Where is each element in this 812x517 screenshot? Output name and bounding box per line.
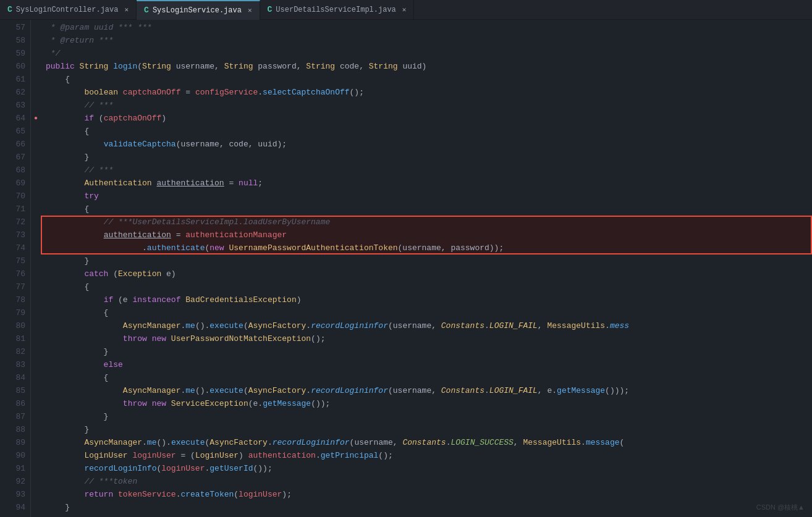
token-punct: ())); — [605, 384, 629, 397]
code-line: * @param uuid *** *** — [41, 21, 812, 34]
token-punct: ( — [113, 267, 118, 280]
code-line: throw new UserPasswordNotMatchException(… — [41, 332, 812, 345]
token-punct: ) — [297, 293, 302, 306]
token-param: code — [340, 60, 359, 73]
token-plain — [46, 436, 84, 449]
gutter-icon — [31, 345, 41, 358]
gutter-icon — [31, 229, 41, 242]
token-class-name: MessageUtils — [547, 319, 605, 332]
line-number: 73 — [2, 229, 25, 242]
tab-userdetailsserviceimpl[interactable]: C UserDetailsServiceImpl.java ✕ — [260, 0, 415, 20]
token-punct: . — [180, 319, 185, 332]
code-line: return tokenService.createToken(loginUse… — [41, 488, 812, 501]
token-punct: } — [46, 423, 89, 436]
token-punct: (); — [350, 86, 364, 99]
line-number: 93 — [2, 488, 25, 501]
token-class-name: AsyncFactory — [209, 436, 268, 449]
token-kw: null — [239, 177, 258, 190]
token-punct: , — [431, 384, 441, 397]
line-number: 72 — [2, 216, 25, 229]
token-var: captchaOnOff — [123, 86, 181, 99]
token-punct: , — [441, 242, 451, 254]
code-line: boolean captchaOnOff = configService.sel… — [41, 86, 812, 99]
code-line: { — [41, 73, 812, 86]
token-param: e — [547, 384, 552, 397]
gutter-icon: ● — [31, 112, 41, 125]
token-punct: } — [46, 254, 89, 267]
token-punct: , — [538, 319, 548, 332]
gutter-icon — [31, 293, 41, 306]
tab-sysloginservice[interactable]: C SysLoginService.java ✕ — [137, 0, 260, 20]
token-var: configService — [195, 86, 258, 99]
code-line: // *** — [41, 99, 812, 112]
line-number: 80 — [2, 319, 25, 332]
token-punct: ()); — [253, 462, 273, 475]
tab-syslogincontroller[interactable]: C SysLoginController.java ✕ — [0, 0, 137, 20]
gutter-icon — [31, 254, 41, 267]
token-fn: login — [113, 60, 137, 73]
token-class-name: AsyncFactory — [248, 384, 307, 397]
token-fn: execute — [209, 384, 243, 397]
code-line: AsyncManager.me().execute(AsyncFactory.r… — [41, 436, 812, 449]
code-line: // ***UserDetailsServiceImpl.loadUserByU… — [41, 216, 812, 229]
gutter-icon — [31, 423, 41, 436]
token-italic-method: recordLogininfor — [311, 384, 388, 397]
token-punct: , — [393, 436, 403, 449]
code-area[interactable]: * @param uuid *** *** * @return *** */pu… — [41, 20, 812, 517]
code-line: throw new ServiceException(e.getMessage(… — [41, 397, 812, 410]
code-line: if (captchaOnOff) — [41, 112, 812, 125]
token-plain — [46, 177, 84, 190]
code-line: } — [41, 423, 812, 436]
token-punct: { — [46, 306, 108, 319]
token-punct: . — [605, 319, 610, 332]
token-class-name: AsyncManager — [84, 436, 142, 449]
token-punct: } — [46, 345, 108, 358]
line-number: 84 — [2, 371, 25, 384]
gutter-icon — [31, 73, 41, 86]
token-param: code — [229, 138, 248, 151]
token-punct: (). — [195, 319, 209, 332]
gutter-icon — [31, 151, 41, 164]
token-comment: */ — [46, 47, 60, 60]
token-punct: . — [176, 488, 181, 501]
gutter-icon — [31, 319, 41, 332]
code-line: } — [41, 254, 812, 267]
token-comment: * @param uuid *** *** — [46, 21, 152, 34]
token-punct: ) — [161, 112, 166, 125]
token-punct: { — [46, 125, 89, 138]
tab-close-3[interactable]: ✕ — [402, 6, 407, 14]
gutter-icon — [31, 125, 41, 138]
gutter-icon — [31, 436, 41, 449]
tab-close-1[interactable]: ✕ — [124, 6, 129, 14]
token-kw: throw — [123, 332, 152, 345]
token-type: Authentication — [84, 177, 156, 190]
token-punct: . — [258, 86, 263, 99]
line-number: 64 — [2, 112, 25, 125]
line-number: 92 — [2, 475, 25, 488]
token-punct: } — [46, 501, 70, 514]
token-punct: { — [46, 371, 108, 384]
token-fn: getMessage — [263, 397, 311, 410]
token-punct: } — [46, 151, 89, 164]
token-param: username — [176, 60, 214, 73]
token-punct: . — [552, 384, 557, 397]
token-kw: instanceof — [132, 293, 185, 306]
token-punct: = — [180, 86, 195, 99]
token-plain — [46, 332, 123, 345]
line-number: 61 — [2, 73, 25, 86]
line-number: 89 — [2, 436, 25, 449]
line-number: 91 — [2, 462, 25, 475]
token-kw: catch — [46, 267, 113, 280]
tab-label-3: UserDetailsServiceImpl.java — [276, 6, 395, 14]
token-punct: = ( — [176, 449, 195, 462]
token-kw: return — [46, 488, 118, 501]
token-type: String — [224, 60, 258, 73]
line-number: 59 — [2, 47, 25, 60]
token-kw: else — [46, 358, 123, 371]
line-number: 69 — [2, 177, 25, 190]
token-fn: validateCaptcha — [104, 138, 176, 151]
line-number: 86 — [2, 397, 25, 410]
tab-close-2[interactable]: ✕ — [248, 6, 252, 14]
gutter-icon — [31, 332, 41, 345]
line-number: 74 — [2, 242, 25, 254]
